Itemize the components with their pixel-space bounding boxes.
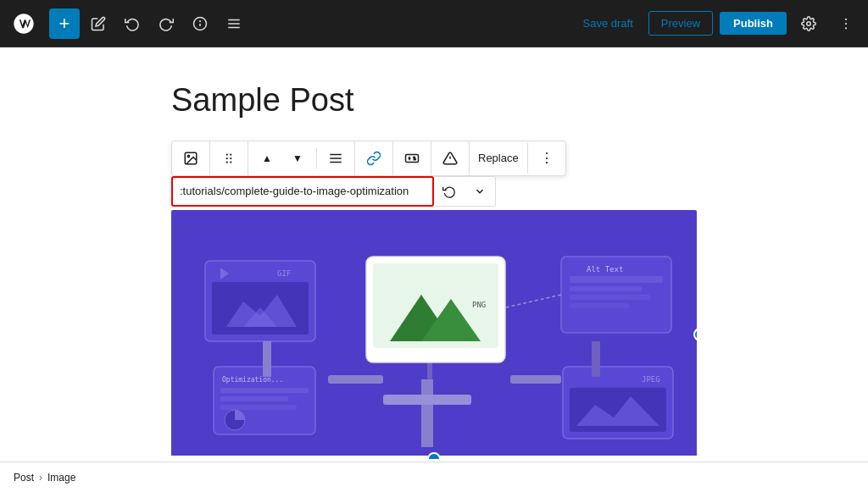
svg-rect-37: [383, 395, 471, 405]
warning-button[interactable]: [435, 143, 465, 174]
svg-rect-36: [421, 379, 433, 447]
block-toolbar: ▲ ▼: [171, 141, 566, 176]
svg-rect-46: [570, 276, 663, 283]
block-toolbar-group-1: [172, 141, 210, 175]
list-view-button[interactable]: [219, 8, 249, 39]
svg-rect-47: [570, 286, 642, 291]
block-toolbar-group-3: ▲ ▼: [248, 148, 317, 169]
svg-rect-53: [220, 388, 309, 393]
svg-rect-55: [220, 405, 297, 410]
svg-point-16: [226, 161, 228, 163]
editor-area: Sample Post: [0, 47, 868, 492]
post-title[interactable]: Sample Post: [171, 81, 697, 120]
add-block-button[interactable]: +: [49, 8, 80, 39]
editor-content: Sample Post: [171, 81, 697, 480]
toolbar-left: +: [7, 7, 249, 41]
svg-rect-49: [570, 303, 629, 308]
block-toolbar-group-5: [355, 141, 393, 175]
wp-logo-button[interactable]: [7, 7, 41, 41]
url-action-buttons: [434, 176, 496, 207]
move-up-button[interactable]: ▲: [252, 150, 282, 167]
svg-text:Alt Text: Alt Text: [587, 265, 623, 274]
breadcrumb-image[interactable]: Image: [47, 472, 75, 484]
alt-text-button[interactable]: [397, 143, 427, 174]
svg-rect-62: [510, 375, 561, 384]
image-container[interactable]: GIF: [171, 210, 697, 459]
move-down-button[interactable]: ▼: [282, 150, 313, 167]
svg-point-6: [807, 21, 811, 25]
block-toolbar-group-2: [210, 141, 248, 175]
settings-button[interactable]: [793, 8, 824, 39]
svg-point-13: [230, 153, 231, 155]
block-toolbar-group-7: [431, 141, 470, 175]
svg-point-15: [230, 157, 231, 158]
url-dropdown-button[interactable]: [465, 176, 495, 207]
svg-point-17: [230, 161, 231, 163]
url-input-container: [171, 176, 434, 207]
block-toolbar-group-more: ⋮: [528, 141, 565, 175]
svg-point-9: [845, 27, 847, 29]
svg-point-14: [226, 157, 228, 158]
image-type-button[interactable]: [175, 143, 206, 174]
redo-button[interactable]: [151, 8, 181, 39]
svg-point-7: [845, 18, 847, 19]
svg-text:PNG: PNG: [472, 301, 486, 309]
align-button[interactable]: [320, 143, 351, 174]
top-toolbar: +: [0, 0, 868, 47]
block-more-options-button[interactable]: ⋮: [531, 143, 562, 174]
svg-point-12: [226, 153, 228, 155]
publish-button[interactable]: Publish: [720, 12, 787, 35]
edit-button[interactable]: [83, 8, 114, 39]
svg-rect-54: [220, 396, 288, 401]
toolbar-right: Save draft Preview Publish: [575, 8, 861, 39]
drag-handle-button[interactable]: [214, 143, 244, 174]
svg-rect-63: [263, 341, 271, 377]
svg-text:Optimization...: Optimization...: [222, 376, 283, 384]
svg-point-11: [187, 155, 189, 157]
url-input-row: [171, 176, 697, 207]
breadcrumb-separator: ›: [39, 472, 42, 484]
link-button[interactable]: [359, 143, 389, 174]
url-undo-button[interactable]: [434, 176, 465, 207]
block-toolbar-group-6: [393, 141, 431, 175]
preview-button[interactable]: Preview: [648, 11, 713, 36]
block-toolbar-group-4: [317, 141, 355, 175]
svg-rect-21: [406, 154, 419, 162]
breadcrumb-post[interactable]: Post: [14, 472, 34, 484]
save-draft-button[interactable]: Save draft: [575, 12, 642, 35]
url-input[interactable]: [180, 185, 426, 197]
more-options-button[interactable]: [831, 8, 861, 39]
image-illustration: GIF: [171, 210, 697, 456]
svg-text:GIF: GIF: [277, 269, 291, 278]
svg-rect-61: [328, 375, 383, 384]
svg-point-8: [845, 22, 847, 24]
image-block: ▲ ▼: [171, 141, 697, 480]
undo-button[interactable]: [117, 8, 147, 39]
svg-rect-64: [592, 341, 600, 377]
replace-button[interactable]: Replace: [470, 143, 528, 174]
breadcrumb: Post › Image: [0, 462, 868, 492]
svg-rect-48: [570, 295, 650, 300]
svg-text:JPEG: JPEG: [642, 375, 660, 384]
info-button[interactable]: [185, 8, 215, 39]
